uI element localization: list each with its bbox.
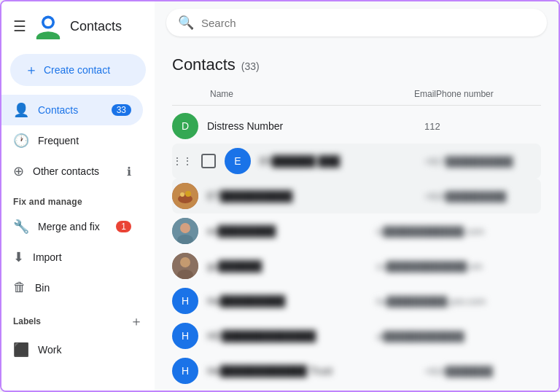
contact-name-cell: H He████████████ Trust	[172, 358, 376, 384]
contact-name-cell: ⋮⋮ E Eh██████ ███	[172, 148, 376, 174]
table-row[interactable]: H HD█████████████ al████████████	[172, 318, 541, 353]
contact-name: ET██████████	[207, 190, 292, 202]
contact-email: ha█████████.yoo.com	[376, 296, 486, 307]
svg-point-2	[44, 18, 52, 26]
import-icon: ⬇	[13, 249, 24, 265]
contact-email: cu████████████.om	[376, 261, 483, 272]
sidebar-item-import[interactable]: ⬇ Import	[1, 242, 143, 273]
contacts-icon: 👤	[13, 102, 29, 118]
main-content: 🔍 Contacts (33) Name Email Phone number …	[155, 1, 559, 392]
label-icon: ⬛	[13, 342, 29, 358]
nav-frequent-label: Frequent	[38, 135, 79, 146]
avatar: H	[172, 323, 198, 349]
sidebar-item-merge[interactable]: 🔧 Merge and fix 1	[1, 211, 143, 242]
svg-point-6	[185, 191, 191, 197]
frequent-icon: 🕐	[13, 133, 29, 149]
search-input[interactable]	[201, 17, 535, 29]
contact-name: Ha█████████	[207, 295, 285, 307]
nav-import-label: Import	[33, 251, 62, 263]
sidebar-item-frequent[interactable]: 🕐 Frequent	[1, 125, 143, 156]
col-phone: Phone number	[436, 89, 553, 99]
contacts-badge: 33	[112, 104, 131, 116]
sidebar: ☰ Contacts ＋ Create contact 👤 Contacts 3…	[1, 1, 155, 392]
contact-name: ev████████	[207, 225, 276, 237]
bin-icon: 🗑	[13, 280, 26, 295]
avatar: E	[225, 148, 251, 174]
search-icon: 🔍	[178, 15, 194, 31]
sidebar-item-bin[interactable]: 🗑 Bin	[1, 273, 143, 302]
search-box[interactable]: 🔍	[166, 9, 547, 36]
avatar: D	[172, 113, 198, 139]
nav-contacts-label: Contacts	[38, 104, 78, 116]
plus-icon: ＋	[25, 61, 38, 79]
labels-title: Labels	[13, 316, 41, 326]
table-row[interactable]: H Ha█████████ ha█████████.yoo.com	[172, 283, 541, 318]
svg-point-8	[180, 223, 190, 233]
contact-name: gu██████	[207, 260, 262, 272]
merge-badge: 1	[116, 221, 131, 232]
app-title: Contacts	[70, 19, 122, 34]
app-header: ☰ Contacts	[1, 7, 155, 51]
nav-bin-label: Bin	[35, 282, 50, 294]
content-area: Contacts (33) Name Email Phone number D …	[155, 44, 559, 392]
contacts-count: (33)	[241, 60, 260, 72]
col-name: Name	[210, 89, 414, 99]
contact-phone: +919███████	[424, 366, 541, 377]
labels-section-header: Labels ＋	[1, 302, 155, 334]
svg-point-11	[180, 257, 190, 267]
contact-name-cell: H HD█████████████	[172, 323, 376, 349]
contact-name-cell: ev████████	[172, 218, 376, 244]
table-row[interactable]: gu██████ cu████████████.om	[172, 248, 541, 283]
add-label-icon[interactable]: ＋	[130, 313, 143, 330]
contact-name: HD█████████████	[207, 330, 316, 342]
col-email: Email	[414, 89, 436, 99]
create-contact-label: Create contact	[44, 64, 110, 76]
table-row[interactable]: D Distress Number 112	[172, 109, 541, 144]
info-icon[interactable]: ℹ	[127, 165, 131, 179]
avatar	[172, 253, 198, 279]
other-contacts-icon: ⊕	[13, 163, 24, 179]
contact-name-cell: gu██████	[172, 253, 376, 279]
avatar	[172, 183, 198, 209]
contacts-heading: Contacts (33)	[172, 55, 541, 74]
fix-manage-section-label: Fix and manage	[1, 187, 155, 211]
table-row[interactable]: ⋮⋮ E Eh██████ ███ +917██████████	[172, 144, 541, 179]
table-row[interactable]: ev████████ ic████████████.com	[172, 213, 541, 248]
avatar: H	[172, 288, 198, 314]
svg-point-5	[180, 192, 184, 197]
dots-icon: ⋮⋮	[172, 155, 192, 167]
contact-name: He████████████ Trust	[207, 365, 332, 377]
table-header: Name Email Phone number	[172, 86, 541, 106]
contacts-title: Contacts	[172, 55, 236, 74]
create-contact-button[interactable]: ＋ Create contact	[10, 54, 146, 86]
contact-phone: 112	[424, 121, 541, 132]
sidebar-item-work[interactable]: ⬛ Work	[1, 334, 143, 365]
nav-other-label: Other contacts	[33, 165, 99, 177]
contact-name: Eh██████ ███	[260, 155, 340, 167]
app-logo	[35, 13, 61, 39]
contact-name-cell: D Distress Number	[172, 113, 376, 139]
contact-email: ic████████████.com	[376, 226, 484, 237]
avatar: H	[172, 358, 198, 384]
sidebar-item-other-contacts[interactable]: ⊕ Other contacts ℹ	[1, 156, 143, 187]
nav-merge-label: Merge and fix	[38, 221, 100, 232]
merge-icon: 🔧	[13, 219, 29, 235]
contact-name: Distress Number	[207, 120, 283, 132]
menu-icon[interactable]: ☰	[13, 17, 26, 35]
contact-phone: +917██████████	[424, 156, 541, 167]
table-row[interactable]: H He████████████ Trust +919███████	[172, 353, 541, 388]
contact-phone: +919█████████	[424, 191, 541, 202]
table-row[interactable]: ET██████████ +919█████████	[172, 179, 541, 213]
table-row[interactable]: H HF████████████ hp██████████.o.com	[172, 388, 541, 392]
checkbox[interactable]	[201, 154, 216, 168]
contact-email: al████████████	[376, 331, 464, 342]
nav-work-label: Work	[38, 344, 61, 356]
topbar: 🔍	[155, 1, 559, 44]
avatar	[172, 218, 198, 244]
svg-point-4	[178, 195, 192, 203]
contact-name-cell: H Ha█████████	[172, 288, 376, 314]
sidebar-item-contacts[interactable]: 👤 Contacts 33	[1, 95, 143, 125]
contact-name-cell: ET██████████	[172, 183, 376, 209]
svg-point-1	[36, 31, 60, 39]
